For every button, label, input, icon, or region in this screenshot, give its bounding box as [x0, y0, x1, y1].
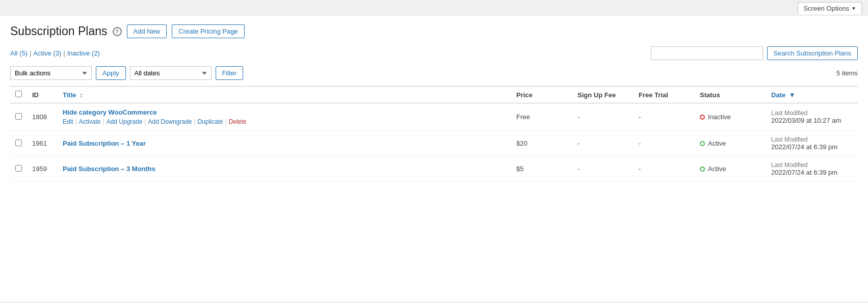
row-price: $20 [511, 131, 572, 156]
row-signup-fee: - [572, 131, 634, 156]
status-dot [700, 141, 705, 146]
screen-options-label: Screen Options [803, 5, 849, 12]
date-label: Last Modified [771, 136, 853, 143]
action-separator: | [144, 118, 146, 125]
row-actions: Edit|Activate|Add Upgrade|Add Downgrade|… [63, 118, 506, 125]
select-all-column [10, 87, 27, 103]
action-separator: | [225, 118, 227, 125]
row-title-cell: Hide category WooCommerceEdit|Activate|A… [58, 103, 511, 131]
filter-active[interactable]: Active (3) [33, 49, 61, 57]
filter-all[interactable]: All (5) [10, 49, 28, 57]
row-signup-fee: - [572, 103, 634, 131]
row-title-cell: Paid Subscription – 1 Year [58, 131, 511, 156]
date-value: 2022/07/24 at 6:39 pm [771, 169, 837, 176]
status-dot [700, 115, 705, 120]
apply-button[interactable]: Apply [96, 66, 126, 80]
status-label: Inactive [708, 113, 731, 121]
column-date[interactable]: Date ▼ [766, 87, 858, 103]
date-cell: Last Modified 2022/07/24 at 6:39 pm [771, 136, 853, 151]
action-separator: | [75, 118, 77, 125]
row-date: Last Modified 2022/07/24 at 6:39 pm [766, 156, 858, 182]
create-pricing-button[interactable]: Create Pricing Page [172, 24, 244, 38]
row-id: 1961 [27, 131, 58, 156]
row-id: 1808 [27, 103, 58, 131]
status-indicator: Active [700, 140, 761, 147]
row-signup-fee: - [572, 156, 634, 182]
row-action-add-upgrade[interactable]: Add Upgrade [107, 118, 143, 125]
date-label: Last Modified [771, 161, 853, 169]
action-separator: | [194, 118, 196, 125]
row-action-activate[interactable]: Activate [79, 118, 101, 125]
status-indicator: Inactive [700, 113, 761, 121]
action-separator: | [103, 118, 104, 125]
row-action-duplicate[interactable]: Duplicate [198, 118, 223, 125]
filter-button[interactable]: Filter [216, 66, 244, 80]
row-free-trial: - [634, 156, 695, 182]
row-date: Last Modified 2022/07/24 at 6:39 pm [766, 131, 858, 156]
date-value: 2022/07/24 at 6:39 pm [771, 143, 837, 151]
table-row: 1959Paid Subscription – 3 Months$5-- Act… [10, 156, 858, 182]
column-title[interactable]: Title ↕ [58, 87, 511, 103]
column-price: Price [511, 87, 572, 103]
search-area: Search Subscription Plans [651, 46, 858, 60]
screen-options-chevron: ▼ [851, 6, 856, 11]
row-action-add-downgrade[interactable]: Add Downgrade [148, 118, 192, 125]
date-value: 2022/03/09 at 10:27 am [771, 117, 841, 124]
subheader: All (5) | Active (3) | Inactive (2) Sear… [10, 46, 858, 60]
row-id: 1959 [27, 156, 58, 182]
row-price: Free [511, 103, 572, 131]
main-content: Subscription Plans ? Add New Create Pric… [0, 16, 868, 301]
column-free-trial: Free Trial [634, 87, 695, 103]
row-price: $5 [511, 156, 572, 182]
screen-options-bar: Screen Options ▼ [0, 0, 868, 16]
date-label: Last Modified [771, 109, 853, 117]
row-checkbox[interactable] [15, 113, 22, 120]
column-status: Status [695, 87, 766, 103]
date-cell: Last Modified 2022/07/24 at 6:39 pm [771, 161, 853, 176]
row-status: Inactive [695, 103, 766, 131]
row-free-trial: - [634, 131, 695, 156]
search-input[interactable] [651, 46, 763, 60]
date-filter-select[interactable]: All dates March 2022 July 2022 [130, 66, 212, 80]
row-free-trial: - [634, 103, 695, 131]
date-sort-icon: ▼ [789, 91, 796, 99]
table-row: 1961Paid Subscription – 1 Year$20-- Acti… [10, 131, 858, 156]
toolbar: Bulk actions Delete Apply All dates Marc… [10, 66, 858, 80]
date-cell: Last Modified 2022/03/09 at 10:27 am [771, 109, 853, 124]
table-header-row: ID Title ↕ Price Sign Up Fee Free Trial … [10, 87, 858, 103]
filter-links: All (5) | Active (3) | Inactive (2) [10, 49, 100, 57]
add-new-button[interactable]: Add New [127, 24, 167, 38]
filter-inactive[interactable]: Inactive (2) [67, 49, 100, 57]
status-dot [700, 167, 705, 172]
help-icon[interactable]: ? [113, 27, 122, 36]
row-title-cell: Paid Subscription – 3 Months [58, 156, 511, 182]
subscription-plans-table: ID Title ↕ Price Sign Up Fee Free Trial … [10, 86, 858, 182]
column-signup-fee: Sign Up Fee [572, 87, 634, 103]
row-checkbox[interactable] [15, 140, 22, 146]
separator-2: | [63, 49, 65, 57]
row-action-edit[interactable]: Edit [63, 118, 73, 125]
row-date: Last Modified 2022/03/09 at 10:27 am [766, 103, 858, 131]
page-title: Subscription Plans [10, 24, 108, 38]
row-checkbox[interactable] [15, 165, 22, 172]
separator-1: | [30, 49, 31, 57]
screen-options-button[interactable]: Screen Options ▼ [798, 2, 862, 14]
select-all-checkbox[interactable] [15, 91, 22, 97]
column-id: ID [27, 87, 58, 103]
row-status: Active [695, 156, 766, 182]
row-title-link[interactable]: Hide category WooCommerce [63, 108, 157, 116]
row-status: Active [695, 131, 766, 156]
page-header: Subscription Plans ? Add New Create Pric… [10, 24, 858, 38]
row-title-link[interactable]: Paid Subscription – 1 Year [63, 140, 146, 147]
items-count: 5 items [836, 69, 858, 77]
title-sort-icon: ↕ [80, 91, 83, 99]
bulk-actions-select[interactable]: Bulk actions Delete [10, 66, 92, 80]
status-label: Active [708, 140, 726, 147]
status-label: Active [708, 165, 726, 173]
search-button[interactable]: Search Subscription Plans [767, 46, 858, 60]
row-action-delete[interactable]: Delete [229, 118, 247, 125]
table-row: 1808Hide category WooCommerceEdit|Activa… [10, 103, 858, 131]
status-indicator: Active [700, 165, 761, 173]
row-title-link[interactable]: Paid Subscription – 3 Months [63, 165, 155, 173]
